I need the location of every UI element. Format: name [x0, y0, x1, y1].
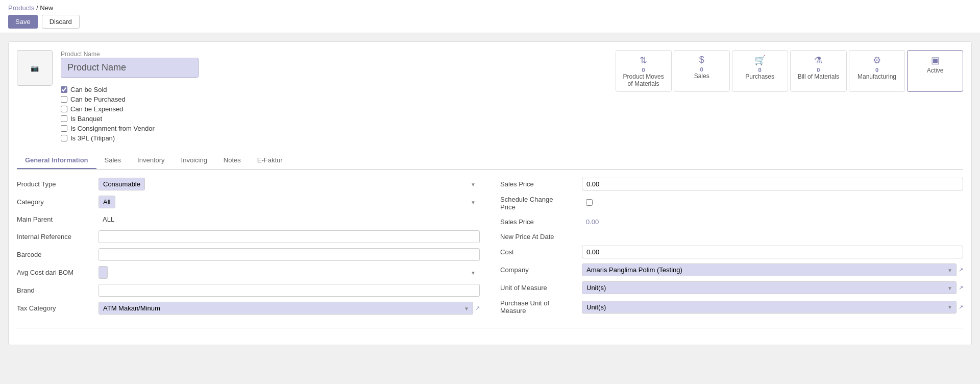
tab-sales[interactable]: Sales — [96, 152, 130, 169]
unit-of-measure-select-wrapper: Unit(s) — [582, 281, 957, 294]
schedule-change-label: Schedule ChangePrice — [500, 196, 582, 211]
product-name-section: Product Name Can be Sold Can be Purchase… — [61, 50, 199, 142]
tab-notes[interactable]: Notes — [215, 152, 249, 169]
brand-input[interactable] — [99, 284, 480, 297]
brand-label: Brand — [17, 286, 99, 294]
purchases-button[interactable]: 🛒 0 Purchases — [732, 50, 788, 92]
active-icon: ▣ — [931, 55, 940, 66]
category-group: Category All — [17, 196, 480, 208]
tabs: General Information Sales Inventory Invo… — [17, 152, 963, 170]
sales-count: 0 — [700, 66, 703, 73]
breadcrumb-current: New — [40, 4, 53, 12]
tab-general-information[interactable]: General Information — [17, 152, 96, 169]
barcode-group: Barcode — [17, 248, 480, 261]
manufacturing-button[interactable]: ⚙ 0 Manufacturing — [849, 50, 905, 92]
product-name-label-text: Product Name — [61, 50, 199, 78]
sales-price2-group: Sales Price 0.00 — [500, 216, 963, 228]
internal-reference-group: Internal Reference — [17, 230, 480, 243]
tax-category-with-link: ATM Makan/Minum ↗ — [99, 302, 480, 315]
company-select[interactable]: Amaris Panglima Polim (Testing) — [582, 263, 957, 276]
purchases-icon: 🛒 — [754, 55, 766, 66]
avg-cost-select[interactable] — [99, 266, 108, 279]
main-content: 📷 Product Name Can be Sold Can be Purcha… — [0, 33, 980, 353]
cost-input[interactable] — [582, 246, 963, 258]
sales-price-input[interactable] — [582, 178, 963, 190]
tab-invoicing[interactable]: Invoicing — [173, 152, 215, 169]
purchase-unit-group: Purchase Unit ofMeasure Unit(s) ↗ — [500, 299, 963, 315]
product-type-label: Product Type — [17, 180, 99, 188]
product-type-select-wrapper: Consumable — [99, 178, 480, 190]
schedule-change-checkbox[interactable] — [586, 199, 593, 206]
company-label: Company — [500, 266, 582, 274]
toolbar: Save Discard — [8, 15, 972, 29]
schedule-change-checkbox-wrapper — [582, 197, 963, 209]
cost-label: Cost — [500, 248, 582, 256]
checkboxes: Can be Sold Can be Purchased Can be Expe… — [61, 86, 199, 142]
sales-label: Sales — [694, 73, 709, 80]
sales-price2-value: 0.00 — [582, 216, 963, 228]
manufacturing-label: Manufacturing — [857, 73, 896, 80]
product-type-group: Product Type Consumable — [17, 178, 480, 190]
active-label: Active — [927, 67, 944, 74]
is-3pl-checkbox[interactable]: Is 3PL (Titipan) — [61, 134, 199, 142]
sales-icon: $ — [699, 55, 704, 65]
tax-category-external-link-icon[interactable]: ↗ — [475, 305, 480, 311]
can-be-purchased-checkbox[interactable]: Can be Purchased — [61, 95, 199, 103]
barcode-input[interactable] — [99, 248, 480, 261]
breadcrumb-parent[interactable]: Products — [8, 4, 34, 12]
is-banquet-checkbox[interactable]: Is Banquet — [61, 115, 199, 123]
tax-category-select[interactable]: ATM Makan/Minum — [99, 302, 473, 315]
main-parent-value: ALL — [99, 213, 480, 225]
purchase-unit-select-wrapper: Unit(s) — [582, 301, 957, 314]
sales-price2-label: Sales Price — [500, 218, 582, 226]
form-left: Product Type Consumable Category All — [17, 178, 480, 320]
purchase-unit-select[interactable]: Unit(s) — [582, 301, 957, 314]
avg-cost-select-wrapper — [99, 266, 480, 279]
avg-cost-group: Avg Cost dari BOM — [17, 266, 480, 279]
can-be-sold-checkbox[interactable]: Can be Sold — [61, 86, 199, 93]
tax-category-group: Tax Category ATM Makan/Minum ↗ — [17, 302, 480, 315]
product-name-input[interactable] — [61, 58, 199, 78]
can-be-expensed-checkbox[interactable]: Can be Expensed — [61, 105, 199, 113]
unit-of-measure-label: Unit of Measure — [500, 284, 582, 292]
purchase-unit-label: Purchase Unit ofMeasure — [500, 299, 582, 315]
product-type-select[interactable]: Consumable — [99, 178, 145, 190]
unit-of-measure-group: Unit of Measure Unit(s) ↗ — [500, 281, 963, 294]
main-parent-group: Main Parent ALL — [17, 213, 480, 225]
unit-of-measure-external-link-icon[interactable]: ↗ — [959, 284, 963, 291]
unit-of-measure-with-link: Unit(s) ↗ — [582, 281, 963, 294]
product-moves-icon: ⇅ — [640, 55, 647, 66]
category-label: Category — [17, 198, 99, 206]
save-button[interactable]: Save — [8, 15, 38, 29]
cost-group: Cost — [500, 246, 963, 258]
new-price-at-date-label: New Price At Date — [500, 233, 582, 241]
unit-of-measure-select[interactable]: Unit(s) — [582, 281, 957, 294]
product-header-left: 📷 Product Name Can be Sold Can be Purcha… — [17, 50, 199, 142]
main-parent-label: Main Parent — [17, 215, 99, 223]
bom-icon: ⚗ — [814, 55, 822, 66]
internal-reference-input[interactable] — [99, 230, 480, 243]
discard-button[interactable]: Discard — [42, 15, 80, 29]
active-button[interactable]: ▣ Active — [907, 50, 963, 92]
purchases-label: Purchases — [745, 73, 774, 80]
sales-button[interactable]: $ 0 Sales — [674, 50, 730, 92]
manufacturing-count: 0 — [875, 67, 878, 73]
bom-button[interactable]: ⚗ 0 Bill of Materials — [790, 50, 847, 92]
tab-e-faktur[interactable]: E-Faktur — [249, 152, 291, 169]
product-moves-button[interactable]: ⇅ 0 Product Moves of Materials — [616, 50, 672, 92]
tab-inventory[interactable]: Inventory — [129, 152, 173, 169]
manufacturing-icon: ⚙ — [873, 55, 881, 66]
tax-category-select-wrapper: ATM Makan/Minum — [99, 302, 473, 315]
category-select[interactable]: All — [99, 196, 115, 208]
is-consignment-checkbox[interactable]: Is Consignment from Vendor — [61, 125, 199, 132]
schedule-change-group: Schedule ChangePrice — [500, 196, 963, 211]
product-image[interactable]: 📷 — [17, 50, 53, 86]
bom-count: 0 — [817, 67, 820, 73]
company-external-link-icon[interactable]: ↗ — [959, 267, 963, 273]
breadcrumb: Products / New — [8, 4, 972, 12]
purchase-unit-external-link-icon[interactable]: ↗ — [959, 304, 963, 310]
brand-group: Brand — [17, 284, 480, 297]
top-bar: Products / New Save Discard — [0, 0, 980, 33]
product-card: 📷 Product Name Can be Sold Can be Purcha… — [8, 41, 972, 345]
new-price-at-date-group: New Price At Date — [500, 233, 963, 241]
